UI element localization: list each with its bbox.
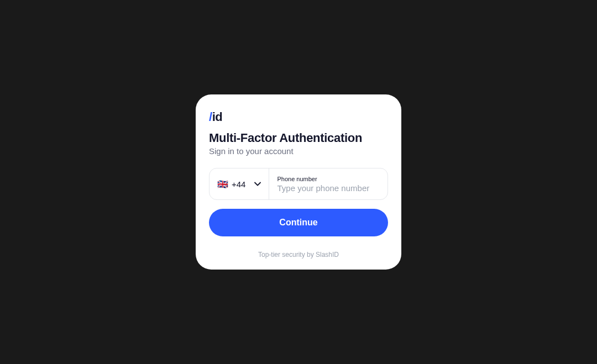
logo: /id <box>209 110 388 124</box>
footer-text: Top-tier security by SlashID <box>209 251 388 259</box>
dial-code: +44 <box>232 180 245 189</box>
flag-icon: 🇬🇧 <box>217 179 228 189</box>
page-title: Multi-Factor Authentication <box>209 131 388 145</box>
phone-input-group: 🇬🇧 +44 Phone number <box>209 168 388 200</box>
phone-label: Phone number <box>277 176 380 182</box>
chevron-down-icon <box>254 181 261 187</box>
phone-input[interactable] <box>277 183 380 193</box>
logo-text: id <box>212 110 223 124</box>
page-subtitle: Sign in to your account <box>209 146 388 156</box>
country-selector[interactable]: 🇬🇧 +44 <box>210 168 269 199</box>
auth-card: /id Multi-Factor Authentication Sign in … <box>196 94 401 270</box>
phone-field-wrapper: Phone number <box>269 168 387 199</box>
continue-button[interactable]: Continue <box>209 209 388 236</box>
